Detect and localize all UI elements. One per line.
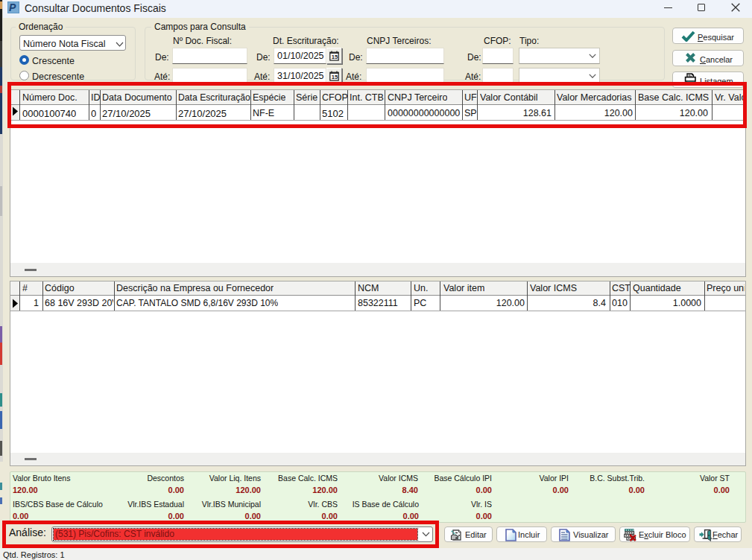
svg-text:15: 15: [332, 54, 338, 60]
svg-text:15: 15: [332, 74, 338, 80]
